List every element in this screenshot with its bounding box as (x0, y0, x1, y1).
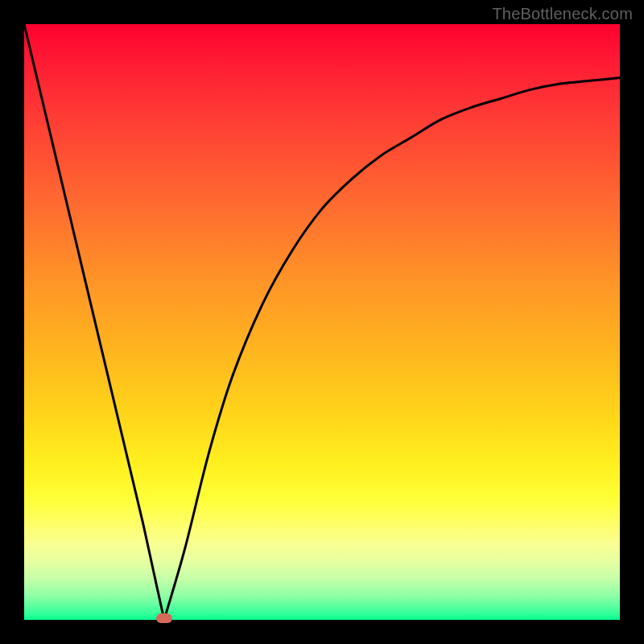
minimum-marker (156, 613, 172, 623)
curve-svg (24, 24, 620, 620)
watermark-text: TheBottleneck.com (492, 5, 633, 23)
plot-area (24, 24, 620, 620)
chart-container: TheBottleneck.com (0, 0, 644, 644)
bottleneck-curve (24, 24, 620, 620)
